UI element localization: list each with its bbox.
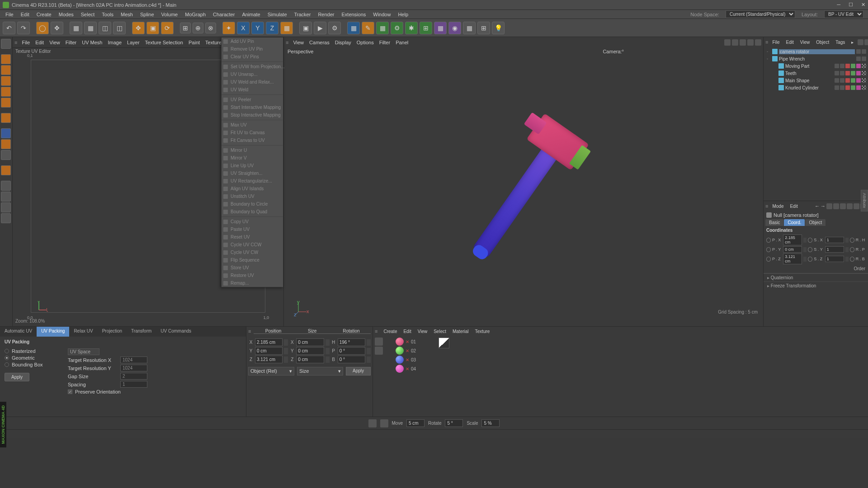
dropdown-item[interactable]: UV Weld and Relax... bbox=[222, 78, 283, 86]
vp-menu-display[interactable]: Display bbox=[332, 39, 354, 46]
menu-volume[interactable]: Volume bbox=[158, 11, 182, 18]
attr-opt1-icon[interactable] bbox=[826, 203, 832, 209]
mat-menu-edit[interactable]: Edit bbox=[401, 329, 413, 334]
misc1-icon[interactable] bbox=[1, 181, 11, 191]
tree-row[interactable]: Knurled Cylinder bbox=[765, 84, 866, 91]
dropdown-item[interactable]: Mirror U bbox=[222, 146, 283, 154]
vp-menu-cameras[interactable]: Cameras bbox=[307, 39, 332, 46]
attr-fwd-icon[interactable]: → bbox=[821, 203, 826, 209]
close-icon[interactable]: ✕ bbox=[861, 2, 865, 8]
menu-mesh[interactable]: Mesh bbox=[117, 11, 137, 18]
uv-menu-image[interactable]: Image bbox=[105, 39, 124, 46]
light-icon[interactable]: ◉ bbox=[448, 22, 461, 34]
attr-opt4-icon[interactable] bbox=[847, 203, 853, 209]
vp-menu-panel[interactable]: Panel bbox=[393, 39, 411, 46]
deformer-icon[interactable]: ⚙ bbox=[391, 22, 403, 34]
wrench-model[interactable] bbox=[458, 113, 589, 268]
tree-row[interactable]: Moving Part bbox=[765, 62, 866, 70]
menu-select[interactable]: Select bbox=[77, 11, 99, 18]
obj-opt1-icon[interactable] bbox=[864, 39, 868, 45]
menu-create[interactable]: Create bbox=[33, 11, 55, 18]
dropdown-item[interactable]: Max UV bbox=[222, 121, 283, 129]
uv-menu-edit[interactable]: Edit bbox=[33, 39, 47, 46]
attr-menu-edit[interactable]: Edit bbox=[788, 203, 800, 210]
menu-spline[interactable]: Spline bbox=[137, 11, 158, 18]
menu-character[interactable]: Character bbox=[209, 11, 238, 18]
cube-icon[interactable]: ▦ bbox=[280, 22, 293, 34]
redo-icon[interactable]: ↷ bbox=[17, 22, 30, 34]
snap2-icon[interactable] bbox=[1, 139, 11, 149]
rotate-icon[interactable]: ⟳ bbox=[161, 22, 174, 34]
scale-icon[interactable]: ▣ bbox=[146, 22, 159, 34]
tree-row[interactable]: Teeth bbox=[765, 70, 866, 77]
vp-nav5-icon[interactable] bbox=[755, 39, 761, 46]
mode-model-icon[interactable] bbox=[1, 39, 11, 49]
coord-size-select[interactable]: Size▾ bbox=[297, 367, 343, 375]
render-settings-icon[interactable]: ⚙ bbox=[328, 22, 341, 34]
spline-pen-icon[interactable]: ✎ bbox=[362, 22, 374, 34]
material-row[interactable]: ✕02 bbox=[396, 347, 416, 355]
uv-commands-dropdown[interactable]: Add UV PinRemove UV PinClear UV PinsSet … bbox=[221, 37, 283, 287]
hamburger-icon[interactable]: ≡ bbox=[765, 39, 768, 45]
bulb-icon[interactable]: 💡 bbox=[492, 22, 505, 34]
scale-value[interactable]: 5 % bbox=[481, 419, 500, 427]
dropdown-item[interactable]: Start Interactive Mapping bbox=[222, 103, 283, 111]
tree-row[interactable]: Main Shape bbox=[765, 77, 866, 84]
field-icon[interactable]: ✱ bbox=[405, 22, 418, 34]
obj-menu-view[interactable]: View bbox=[798, 39, 812, 46]
mat-mode2-icon[interactable] bbox=[375, 347, 383, 355]
dropdown-item[interactable]: Set UVW from Projection... bbox=[222, 63, 283, 70]
dropdown-item[interactable]: UV Straighten... bbox=[222, 169, 283, 177]
generator-icon[interactable]: ▦ bbox=[376, 22, 389, 34]
chk-preserve[interactable] bbox=[68, 389, 72, 394]
attr-opt5-icon[interactable] bbox=[854, 203, 859, 209]
menu-edit[interactable]: Edit bbox=[17, 11, 33, 18]
dropdown-item[interactable]: Line Up UV bbox=[222, 162, 283, 169]
snap3-icon[interactable] bbox=[1, 150, 11, 160]
timeline-icon[interactable] bbox=[368, 419, 377, 427]
vp-menu-filter[interactable]: Filter bbox=[377, 39, 393, 46]
vp-menu-options[interactable]: Options bbox=[354, 39, 377, 46]
tab-uv-packing[interactable]: UV Packing bbox=[37, 327, 69, 337]
obj-search-icon[interactable] bbox=[858, 39, 863, 45]
z-axis-icon[interactable]: Z bbox=[266, 22, 278, 34]
attr-tab-object[interactable]: Object bbox=[805, 219, 826, 226]
dropdown-item[interactable]: UV Peeler bbox=[222, 96, 283, 103]
dropdown-item[interactable]: Fit Canvas to UV bbox=[222, 136, 283, 144]
x-axis-icon[interactable]: X bbox=[237, 22, 250, 34]
vp-nav4-icon[interactable] bbox=[747, 39, 754, 46]
attr-tab-basic[interactable]: Basic bbox=[765, 219, 783, 226]
grid2-icon[interactable]: ⊞ bbox=[477, 22, 490, 34]
menu-modes[interactable]: Modes bbox=[55, 11, 77, 18]
tab-uv-commands[interactable]: UV Commands bbox=[156, 327, 196, 337]
uv-menu-filter[interactable]: Filter bbox=[63, 39, 79, 46]
dropdown-item[interactable]: Paste UV bbox=[222, 225, 283, 233]
fld-try[interactable]: 1024 bbox=[120, 365, 147, 371]
dropdown-item[interactable]: Restore UV bbox=[222, 272, 283, 279]
dropdown-item[interactable]: Cycle UV CCW bbox=[222, 241, 283, 249]
uv-menu-paint[interactable]: Paint bbox=[186, 39, 203, 46]
nodespace-select[interactable]: Current (Standard/Physical) bbox=[726, 10, 795, 18]
menu-file[interactable]: File bbox=[2, 11, 17, 18]
tree-row[interactable]: -camera rotator bbox=[765, 48, 866, 55]
attr-tab-coord[interactable]: Coord. bbox=[784, 219, 805, 226]
dropdown-item[interactable]: Reset UV bbox=[222, 233, 283, 241]
dropdown-item[interactable]: Flip Sequence bbox=[222, 256, 283, 264]
dropdown-item[interactable]: UV Unwrap... bbox=[222, 70, 283, 78]
fld-gap[interactable]: 2 bbox=[120, 373, 147, 380]
apply-packing-button[interactable]: Apply bbox=[5, 373, 29, 381]
radio-bbox[interactable] bbox=[5, 362, 9, 367]
tool1-icon[interactable]: ▦ bbox=[70, 22, 82, 34]
menu-window[interactable]: Window bbox=[369, 11, 394, 18]
uv-menu-uvmesh[interactable]: UV Mesh bbox=[79, 39, 105, 46]
dropdown-item[interactable]: Stop Interactive Mapping bbox=[222, 111, 283, 119]
render2-icon[interactable]: ▶ bbox=[314, 22, 326, 34]
vp-menu-view[interactable]: View bbox=[290, 39, 307, 46]
vp-nav3-icon[interactable] bbox=[740, 39, 746, 46]
rotate-value[interactable]: 5 ° bbox=[445, 419, 463, 427]
menu-tools[interactable]: Tools bbox=[98, 11, 117, 18]
tab-relax-uv[interactable]: Relax UV bbox=[69, 327, 97, 337]
coord-icon[interactable]: ✦ bbox=[222, 22, 235, 34]
obj-menu-tags[interactable]: Tags bbox=[833, 39, 847, 46]
uvspace-select[interactable]: UV Space bbox=[68, 348, 99, 355]
